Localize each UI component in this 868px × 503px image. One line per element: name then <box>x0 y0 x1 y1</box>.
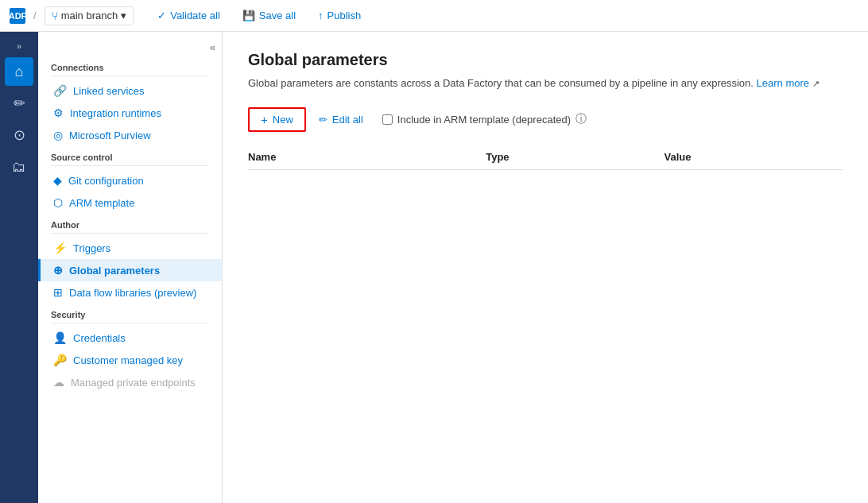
icon-rail: » ⌂ ✏ ⊙ 🗂 <box>0 32 38 503</box>
sidebar-item-linked-services[interactable]: 🔗 Linked services <box>38 79 222 102</box>
plus-icon: + <box>261 113 268 126</box>
sidebar-item-customer-managed-key[interactable]: 🔑 Customer managed key <box>38 349 222 371</box>
edit-all-button[interactable]: ✏ Edit all <box>309 110 373 130</box>
arm-template-label: ARM template <box>69 197 134 209</box>
edit-icon: ✏ <box>319 114 327 126</box>
info-icon[interactable]: ⓘ <box>575 112 587 126</box>
rail-monitor-icon[interactable]: ⊙ <box>5 121 33 149</box>
branch-name: main branch <box>61 10 118 21</box>
sidebar-item-data-flow-libraries[interactable]: ⊞ Data flow libraries (preview) <box>38 281 222 304</box>
new-button[interactable]: + New <box>248 107 306 132</box>
connections-section-label: Connections <box>38 56 222 75</box>
params-table: Name Type Value <box>248 145 843 170</box>
publish-label: Publish <box>327 10 362 21</box>
sidebar-item-credentials[interactable]: 👤 Credentials <box>38 327 222 349</box>
rail-edit-icon[interactable]: ✏ <box>5 89 33 118</box>
git-configuration-label: Git configuration <box>68 175 144 187</box>
linked-services-icon: 🔗 <box>53 84 67 97</box>
external-link-icon: ↗ <box>812 79 820 88</box>
learn-more-link[interactable]: Learn more <box>757 77 809 89</box>
new-label: New <box>273 114 293 126</box>
publish-button[interactable]: ↑ Publish <box>313 6 366 25</box>
purview-icon: ◎ <box>53 129 63 141</box>
column-name: Name <box>248 145 486 170</box>
private-endpoints-icon: ☁ <box>53 376 64 389</box>
rail-home-icon[interactable]: ⌂ <box>5 57 33 86</box>
sidebar-item-managed-private-endpoints: ☁ Managed private endpoints <box>38 371 222 393</box>
sidebar-item-global-parameters[interactable]: ⊕ Global parameters <box>38 259 222 281</box>
top-bar-actions: ✓ Validate all 💾 Save all ↑ Publish <box>153 6 366 25</box>
app-logo: ADF <box>10 8 25 24</box>
publish-icon: ↑ <box>318 10 324 21</box>
source-control-section-label: Source control <box>38 146 222 165</box>
table-header: Name Type Value <box>248 145 843 170</box>
page-title: Global parameters <box>248 51 843 69</box>
validate-all-label: Validate all <box>170 10 220 21</box>
validate-all-button[interactable]: ✓ Validate all <box>153 6 225 25</box>
arm-icon: ⬡ <box>53 196 63 209</box>
triggers-label: Triggers <box>73 242 110 254</box>
customer-managed-key-label: Customer managed key <box>73 354 183 366</box>
breadcrumb-sep: / <box>33 10 37 21</box>
integration-runtimes-label: Integration runtimes <box>70 107 161 119</box>
branch-icon: ⑂ <box>52 10 58 22</box>
sidebar: « Connections 🔗 Linked services ⚙ Integr… <box>38 32 223 503</box>
content-area: Global parameters Global parameters are … <box>223 32 868 503</box>
page-description: Global parameters are constants across a… <box>248 75 843 91</box>
linked-services-label: Linked services <box>73 85 145 97</box>
global-parameters-label: Global parameters <box>69 265 160 277</box>
save-all-label: Save all <box>259 10 296 21</box>
rail-manage-icon[interactable]: 🗂 <box>5 153 33 181</box>
security-section-label: Security <box>38 304 222 323</box>
data-flow-libraries-label: Data flow libraries (preview) <box>69 287 196 299</box>
edit-all-label: Edit all <box>332 114 363 126</box>
author-section-label: Author <box>38 214 222 233</box>
source-control-divider <box>51 165 209 166</box>
save-all-button[interactable]: 💾 Save all <box>238 6 300 25</box>
rail-expand-icon[interactable]: » <box>14 38 25 54</box>
include-arm-container: Include in ARM template (deprecated) ⓘ <box>382 112 587 126</box>
security-divider <box>51 323 209 323</box>
column-type: Type <box>486 145 664 170</box>
sidebar-item-integration-runtimes[interactable]: ⚙ Integration runtimes <box>38 102 222 124</box>
git-icon: ◆ <box>53 174 62 187</box>
connections-divider <box>51 75 209 76</box>
credentials-label: Credentials <box>73 332 126 344</box>
top-bar: ADF / ⑂ main branch ▾ ✓ Validate all 💾 S… <box>0 0 868 32</box>
managed-private-endpoints-label: Managed private endpoints <box>71 377 196 389</box>
sidebar-item-arm-template[interactable]: ⬡ ARM template <box>38 192 222 214</box>
branch-chevron: ▾ <box>121 10 126 21</box>
sidebar-item-triggers[interactable]: ⚡ Triggers <box>38 237 222 259</box>
author-divider <box>51 233 209 234</box>
sidebar-collapse-button[interactable]: « <box>38 38 222 56</box>
include-arm-checkbox[interactable] <box>382 114 393 125</box>
integration-runtimes-icon: ⚙ <box>53 106 64 119</box>
credentials-icon: 👤 <box>53 331 67 344</box>
purview-label: Microsoft Purview <box>69 130 151 141</box>
save-icon: 💾 <box>242 10 255 21</box>
main-layout: » ⌂ ✏ ⊙ 🗂 « Connections 🔗 Linked service… <box>0 32 868 503</box>
customer-key-icon: 🔑 <box>53 354 67 366</box>
branch-selector[interactable]: ⑂ main branch ▾ <box>45 6 134 25</box>
sidebar-item-git-configuration[interactable]: ◆ Git configuration <box>38 169 222 192</box>
sidebar-item-microsoft-purview[interactable]: ◎ Microsoft Purview <box>38 124 222 146</box>
validate-icon: ✓ <box>157 10 166 21</box>
data-flow-icon: ⊞ <box>53 286 63 299</box>
global-params-icon: ⊕ <box>53 264 63 277</box>
triggers-icon: ⚡ <box>53 242 67 254</box>
column-value: Value <box>665 145 843 170</box>
include-arm-label: Include in ARM template (deprecated) <box>397 114 571 126</box>
content-toolbar: + New ✏ Edit all Include in ARM template… <box>248 107 843 132</box>
